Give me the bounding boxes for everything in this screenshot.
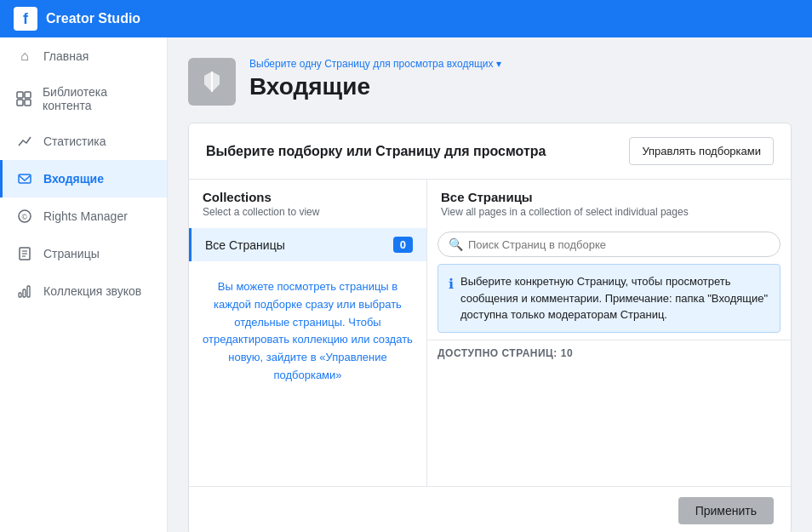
app-title: Creator Studio bbox=[46, 11, 140, 26]
search-icon: 🔍 bbox=[449, 237, 463, 251]
collections-title: Collections bbox=[203, 190, 413, 204]
svg-rect-4 bbox=[19, 174, 31, 183]
topbar: f Creator Studio bbox=[0, 0, 812, 37]
card-body: Collections Select a collection to view … bbox=[189, 180, 791, 486]
collections-column: Collections Select a collection to view … bbox=[189, 180, 427, 486]
apply-button[interactable]: Применить bbox=[678, 497, 774, 524]
sidebar-item-rights[interactable]: © Rights Manager bbox=[0, 197, 167, 235]
stats-icon bbox=[16, 133, 33, 150]
sidebar-item-library[interactable]: Библиотека контента bbox=[0, 75, 167, 123]
info-text: Выберите конкретную Страницу, чтобы прос… bbox=[460, 273, 769, 323]
sidebar-label-stats: Статистика bbox=[43, 134, 106, 148]
manage-collections-button[interactable]: Управлять подборками bbox=[629, 137, 774, 165]
library-icon bbox=[16, 90, 32, 107]
pages-header: Все Страницы View all pages in a collect… bbox=[427, 180, 791, 228]
page-title: Входящие bbox=[249, 73, 501, 100]
pages-column: Все Страницы View all pages in a collect… bbox=[427, 180, 791, 486]
page-icon bbox=[188, 58, 236, 106]
collections-subtitle: Select a collection to view bbox=[203, 206, 413, 218]
sidebar-label-library: Библиотека контента bbox=[43, 85, 153, 112]
main-layout: ⌂ Главная Библиотека контента Статистика bbox=[0, 37, 812, 532]
sidebar-label-rights: Rights Manager bbox=[43, 209, 128, 223]
collection-item-label: Все Страницы bbox=[205, 238, 285, 252]
home-icon: ⌂ bbox=[16, 48, 33, 65]
sidebar-label-pages: Страницы bbox=[43, 247, 100, 260]
svg-rect-2 bbox=[17, 100, 23, 106]
rights-icon: © bbox=[16, 208, 33, 225]
all-pages-collection-item[interactable]: Все Страницы 0 bbox=[189, 228, 426, 261]
svg-rect-13 bbox=[27, 286, 30, 297]
svg-rect-3 bbox=[25, 100, 31, 106]
sidebar-label-sounds: Коллекция звуков bbox=[43, 284, 141, 298]
sidebar-item-inbox[interactable]: Входящие bbox=[0, 160, 167, 197]
pages-list-wrapper bbox=[427, 366, 791, 487]
sidebar-item-home[interactable]: ⌂ Главная bbox=[0, 37, 167, 75]
inbox-icon bbox=[16, 170, 33, 187]
pages-icon bbox=[16, 245, 33, 262]
info-message: ℹ Выберите конкретную Страницу, чтобы пр… bbox=[437, 264, 781, 333]
main-content: Выберите одну Страницу для просмотра вхо… bbox=[168, 37, 812, 532]
page-header-subtitle: Выберите одну Страницу для просмотра вхо… bbox=[249, 58, 501, 70]
sidebar-label-inbox: Входящие bbox=[43, 172, 104, 186]
sounds-icon bbox=[16, 283, 33, 300]
fb-logo: f bbox=[14, 7, 37, 31]
card-footer: Применить bbox=[189, 486, 791, 532]
collections-header: Collections Select a collection to view bbox=[189, 180, 426, 228]
sidebar-item-sounds[interactable]: Коллекция звуков bbox=[0, 272, 167, 310]
sidebar-item-stats[interactable]: Статистика bbox=[0, 123, 167, 160]
pages-search-box[interactable]: 🔍 bbox=[437, 232, 781, 257]
page-header: Выберите одну Страницу для просмотра вхо… bbox=[188, 58, 792, 106]
selection-card: Выберите подборку или Страницу для просм… bbox=[188, 123, 792, 532]
sidebar-item-pages[interactable]: Страницы bbox=[0, 235, 167, 272]
collection-empty-message: Вы можете посмотреть страницы в каждой п… bbox=[189, 261, 426, 402]
card-header-title: Выберите подборку или Страницу для просм… bbox=[206, 144, 546, 159]
dropdown-arrow-icon[interactable]: ▾ bbox=[496, 58, 501, 70]
svg-rect-11 bbox=[19, 293, 21, 297]
sidebar: ⌂ Главная Библиотека контента Статистика bbox=[0, 37, 168, 532]
svg-rect-1 bbox=[25, 92, 31, 98]
svg-rect-12 bbox=[23, 289, 26, 297]
card-header: Выберите подборку или Страницу для просм… bbox=[189, 123, 791, 180]
page-header-text: Выберите одну Страницу для просмотра вхо… bbox=[249, 58, 501, 100]
pages-count: ДОСТУПНО СТРАНИЦ: 10 bbox=[427, 340, 791, 366]
collection-badge: 0 bbox=[393, 237, 413, 253]
pages-title: Все Страницы bbox=[441, 190, 777, 204]
pages-search-input[interactable] bbox=[468, 238, 769, 251]
pages-list bbox=[427, 366, 791, 487]
svg-rect-0 bbox=[17, 92, 23, 98]
svg-text:©: © bbox=[22, 213, 28, 221]
sidebar-label-home: Главная bbox=[43, 49, 89, 63]
pages-subtitle: View all pages in a collection of select… bbox=[441, 206, 777, 218]
info-icon: ℹ bbox=[449, 274, 454, 295]
